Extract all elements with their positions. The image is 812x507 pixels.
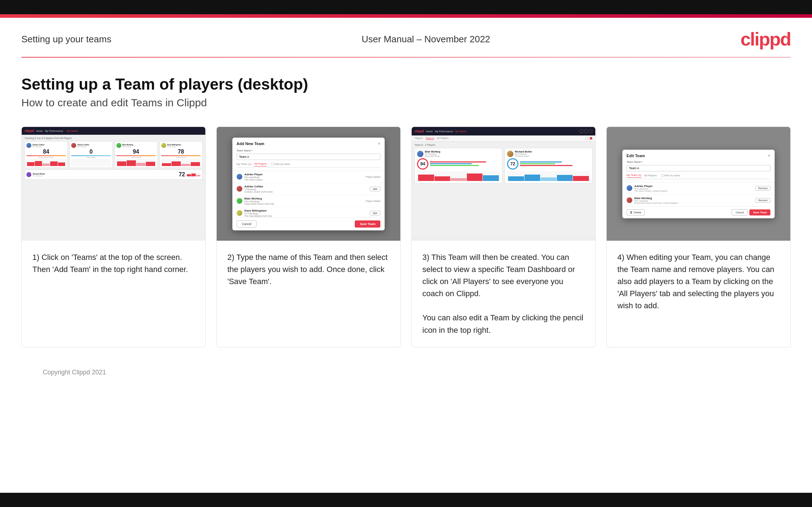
ss3-logo: clippd bbox=[415, 129, 424, 133]
accent-bar bbox=[0, 14, 812, 18]
card-3-text: 3) This Team will then be created. You c… bbox=[412, 241, 595, 347]
ss1-nav-myteams: My Teams bbox=[67, 130, 78, 132]
edit-delete-btn[interactable]: 🗑 Delete bbox=[627, 209, 645, 215]
modal-player-row-2: Adrian Coliba 1 Handicap Central London … bbox=[232, 183, 385, 195]
ss1-p1-detail: Plus Handicap bbox=[32, 146, 44, 148]
edit-save-btn[interactable]: Save Team bbox=[749, 209, 770, 215]
edit-modal-close-icon[interactable]: × bbox=[768, 153, 770, 158]
edit-filter-checkbox[interactable]: Filter by name bbox=[661, 174, 680, 177]
ss1-player-card-3: Blair McHarg Plus Handicap 94 Strokes Ga… bbox=[115, 141, 158, 168]
ss1-player-card-1: Adrian Collins Plus Handicap 84 Strokes … bbox=[25, 141, 68, 168]
ss1-logo: clippd bbox=[25, 129, 34, 133]
modal-label: Team Name * bbox=[237, 149, 380, 152]
main-content: Setting up a Team of players (desktop) H… bbox=[0, 58, 812, 397]
ss3-player-1: Blair McHarg Plus Handicap Royal North D… bbox=[415, 148, 502, 183]
modal-tab-allplayers[interactable]: All Players bbox=[254, 162, 267, 166]
card-3: clippd Home My Performance My Teams Play… bbox=[411, 127, 596, 347]
page-title: Setting up a Team of players (desktop) bbox=[21, 75, 791, 93]
modal-player-row-1: Adrian Player Plus Handicap The Shire Lo… bbox=[232, 171, 385, 183]
ss1-p1-score: 84 bbox=[26, 149, 66, 155]
edit-modal-label: Team Name * bbox=[627, 160, 770, 164]
modal-p1-status: Player Added bbox=[365, 176, 380, 178]
ss1-p1-name: Adrian Collins bbox=[32, 144, 44, 146]
card-4-screenshot: Edit Team × Team Name * My Team (2) All … bbox=[607, 127, 790, 241]
ss3-sub-teamA: Team A bbox=[426, 137, 434, 140]
edit-cancel-btn[interactable]: Cancel bbox=[732, 209, 748, 215]
ss1-nav-home: Home bbox=[36, 130, 43, 132]
ss3-sub-allplayers: All Players bbox=[437, 137, 449, 140]
header-section-title: Setting up your teams bbox=[21, 34, 111, 45]
page-subtitle: How to create and edit Teams in Clippd bbox=[21, 97, 791, 109]
modal-team-name-input[interactable] bbox=[237, 154, 380, 160]
card4-edit-modal: Edit Team × Team Name * My Team (2) All … bbox=[622, 150, 775, 218]
edit-player-row-1: Adrian Player Plus Handicap The Shire Lo… bbox=[622, 182, 775, 194]
modal-close-icon[interactable]: × bbox=[378, 141, 380, 146]
ss1-player-card-5: Richard Butler Plus Handicap 72 bbox=[25, 170, 202, 180]
copyright-text: Copyright Clippd 2021 bbox=[43, 369, 106, 376]
card-3-screenshot: clippd Home My Performance My Teams Play… bbox=[412, 127, 595, 241]
header: Setting up your teams User Manual – Nove… bbox=[0, 18, 812, 57]
card-1-screenshot: clippd Home My Performance My Teams Trac… bbox=[22, 127, 205, 241]
card-2-text: 2) Type the name of this Team and then s… bbox=[217, 241, 400, 347]
ss1-heading: Tracking 5 out of 4 players from All Pla… bbox=[25, 137, 202, 139]
ss1-player-card-4: Dave Billingham 3.5 Handicap 78 Strokes … bbox=[159, 141, 202, 168]
modal-p2-add-btn[interactable]: Add bbox=[370, 187, 380, 191]
edit-tab-myteam[interactable]: My Team (2) bbox=[627, 174, 642, 178]
bottom-bar bbox=[0, 493, 812, 507]
card-2-screenshot: Add New Team × Team Name * My Team (2) A… bbox=[217, 127, 400, 241]
modal-player-row-3: Blair McHarg Plus Handicap Royal North D… bbox=[232, 195, 385, 207]
card-3-text-p2: You can also edit a Team by clicking the… bbox=[422, 313, 584, 334]
card-2: Add New Team × Team Name * My Team (2) A… bbox=[216, 127, 401, 347]
edit-tab-allplayers[interactable]: All Players bbox=[644, 174, 657, 177]
ss1-p1-label: Strokes Gained London bbox=[26, 156, 66, 158]
trash-icon: 🗑 bbox=[630, 211, 633, 214]
card2-modal: Add New Team × Team Name * My Team (2) A… bbox=[232, 138, 385, 230]
footer: Copyright Clippd 2021 bbox=[21, 362, 791, 383]
modal-tab-myteam[interactable]: My Team (2) bbox=[237, 162, 252, 166]
modal-filter-checkbox[interactable]: Filter by name bbox=[271, 163, 290, 165]
modal-title: Add New Team bbox=[237, 142, 264, 146]
cards-row: clippd Home My Performance My Teams Trac… bbox=[21, 127, 791, 347]
modal-save-btn[interactable]: Save Team bbox=[355, 220, 380, 228]
card-4-text: 4) When editing your Team, you can chang… bbox=[607, 241, 790, 347]
edit-p1-remove-btn[interactable]: Remove bbox=[755, 186, 770, 191]
edit-modal-title: Edit Team bbox=[627, 154, 645, 158]
ss1-player-card-2: Adrian Collins Plus Handicap 0 Player Qu… bbox=[69, 141, 112, 168]
ss3-nav-myteams: My Teams bbox=[455, 130, 467, 133]
edit-p2-remove-btn[interactable]: Remove bbox=[755, 198, 770, 203]
card-1-text: 1) Click on 'Teams' at the top of the sc… bbox=[22, 241, 205, 347]
ss1-nav-teams: My Performance bbox=[45, 130, 63, 132]
ss3-nav-perf: My Performance bbox=[435, 130, 453, 133]
ss3-nav-home: Home bbox=[426, 130, 433, 133]
edit-player-row-2: Blair McHarg Plus Handicap Royal North D… bbox=[622, 194, 775, 206]
card-1: clippd Home My Performance My Teams Trac… bbox=[21, 127, 206, 347]
top-bar bbox=[0, 0, 812, 14]
header-manual-title: User Manual – November 2022 bbox=[362, 34, 490, 45]
modal-p3-status: Player Added bbox=[365, 200, 380, 202]
edit-modal-team-name-input[interactable] bbox=[627, 165, 770, 171]
ss3-content-heading: Team A - 2 Players bbox=[415, 144, 592, 146]
card-4: Edit Team × Team Name * My Team (2) All … bbox=[606, 127, 791, 347]
modal-cancel-btn[interactable]: Cancel bbox=[237, 220, 257, 228]
clippd-logo: clippd bbox=[740, 28, 791, 50]
modal-player-row-4: Dave Billingham 3.5 Handicap The Oag Meg… bbox=[232, 207, 385, 217]
modal-p4-add-btn[interactable]: Add bbox=[370, 211, 380, 215]
card-3-text-p1: 3) This Team will then be created. You c… bbox=[422, 253, 575, 298]
ss3-player-2: Richard Butler Plus Handicap The Shire L… bbox=[505, 148, 592, 183]
ss3-sub-players: Players bbox=[415, 137, 423, 140]
